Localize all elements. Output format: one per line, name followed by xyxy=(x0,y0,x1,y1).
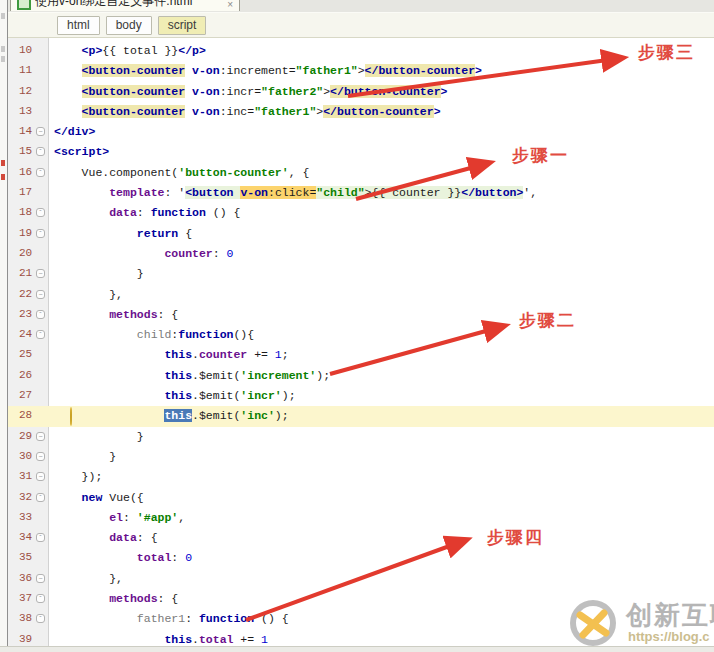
breadcrumb-item-html[interactable]: html xyxy=(57,16,100,35)
code-line[interactable]: 10 <p>{{ total }}</p> xyxy=(8,41,714,61)
fold-start-icon[interactable]: ˇ xyxy=(36,208,45,217)
code-line[interactable]: 27 this.$emit('incr'); xyxy=(8,386,714,406)
code-text: } xyxy=(49,427,144,447)
fold-end-icon[interactable]: − xyxy=(36,127,45,136)
line-number: 36 xyxy=(19,572,32,584)
code-line[interactable]: 24ˇ child:function(){ xyxy=(8,325,714,345)
line-number: 28 xyxy=(19,409,32,421)
watermark: 创新互联 https://blog.c xyxy=(568,596,714,648)
line-number: 34 xyxy=(19,531,32,543)
line-number: 29 xyxy=(19,430,32,442)
fold-start-icon[interactable]: ˇ xyxy=(36,614,45,623)
line-number: 37 xyxy=(19,592,32,604)
code-line[interactable]: 32ˇ new Vue({ xyxy=(8,488,714,508)
code-line[interactable]: 19ˇ return { xyxy=(8,224,714,244)
step-label: 步骤一 xyxy=(512,144,569,167)
gutter-cell: 31− xyxy=(8,467,49,487)
gutter-cell: 10 xyxy=(8,41,49,61)
code-line[interactable]: 33 el: '#app', xyxy=(8,508,714,528)
edge-mark xyxy=(1,13,5,19)
gutter-cell: 14− xyxy=(8,122,49,142)
line-number: 26 xyxy=(19,369,32,381)
code-text: data: function () { xyxy=(49,203,240,223)
fold-end-icon[interactable]: − xyxy=(36,574,45,583)
fold-start-icon[interactable]: ˇ xyxy=(36,594,45,603)
code-line[interactable]: 25 this.counter += 1; xyxy=(8,345,714,365)
code-line[interactable]: 28 this.$emit('inc'); xyxy=(8,406,714,426)
code-line[interactable]: 26 this.$emit('increment'); xyxy=(8,366,714,386)
code-line[interactable]: 12 <button-counter v-on:incr="father2"><… xyxy=(8,82,714,102)
tab-close-icon[interactable]: × xyxy=(227,0,233,10)
step-label: 步骤四 xyxy=(487,526,544,549)
fold-start-icon[interactable]: ˇ xyxy=(36,330,45,339)
code-line[interactable]: 11 <button-counter v-on:increment="fathe… xyxy=(8,61,714,81)
gutter-cell: 29− xyxy=(8,427,49,447)
error-stripe-mark xyxy=(1,174,5,180)
code-text: } xyxy=(49,447,116,467)
code-editor[interactable]: 10 <p>{{ total }}</p>11 <button-counter … xyxy=(8,38,714,652)
html-file-icon xyxy=(17,0,31,10)
gutter-cell: 22− xyxy=(8,285,49,305)
fold-end-icon[interactable]: − xyxy=(36,290,45,299)
fold-start-icon[interactable]: ˇ xyxy=(36,310,45,319)
line-number: 30 xyxy=(19,450,32,462)
code-line[interactable]: 21− } xyxy=(8,264,714,284)
line-number: 17 xyxy=(19,186,32,198)
gutter-cell: 33 xyxy=(8,508,49,528)
code-text: this.$emit('inc'); xyxy=(49,406,289,426)
brand-logo-icon xyxy=(568,598,618,648)
fold-start-icon[interactable]: ˇ xyxy=(36,229,45,238)
gutter-cell: 34ˇ xyxy=(8,528,49,548)
code-line[interactable]: 29− } xyxy=(8,427,714,447)
editor-tab[interactable]: 使用v-on绑定自定义事件.html × xyxy=(10,0,240,11)
fold-start-icon[interactable]: ˇ xyxy=(36,493,45,502)
edge-mark xyxy=(1,46,5,52)
fold-start-icon[interactable]: ˇ xyxy=(36,147,45,156)
code-line[interactable]: 34ˇ data: { xyxy=(8,528,714,548)
line-number: 39 xyxy=(19,633,32,645)
gutter-cell: 12 xyxy=(8,82,49,102)
code-text: methods: { xyxy=(49,589,178,609)
line-number: 24 xyxy=(19,328,32,340)
code-text: new Vue({ xyxy=(49,488,144,508)
gutter-cell: 13 xyxy=(8,102,49,122)
code-text: <button-counter v-on:inc="father1"></but… xyxy=(49,102,441,122)
code-line[interactable]: 14−</div> xyxy=(8,122,714,142)
ide-window: 使用v-on绑定自定义事件.html × htmlbodyscript 10 <… xyxy=(0,0,714,652)
gutter-cell: 38ˇ xyxy=(8,609,49,629)
watermark-brand-text: 创新互联 xyxy=(626,598,714,633)
code-text: template: '<button v-on:click="child">{{… xyxy=(49,183,537,203)
code-line[interactable]: 36− }, xyxy=(8,569,714,589)
breadcrumb: htmlbodyscript xyxy=(8,12,714,38)
fold-end-icon[interactable]: − xyxy=(36,432,45,441)
code-line[interactable]: 18ˇ data: function () { xyxy=(8,203,714,223)
fold-end-icon[interactable]: − xyxy=(36,472,45,481)
breadcrumb-item-script[interactable]: script xyxy=(158,16,207,35)
code-line[interactable]: 20 counter: 0 xyxy=(8,244,714,264)
code-line[interactable]: 17 template: '<button v-on:click="child"… xyxy=(8,183,714,203)
code-line[interactable]: 31− }); xyxy=(8,467,714,487)
intention-lightbulb-icon[interactable] xyxy=(70,408,83,424)
fold-end-icon[interactable]: − xyxy=(36,452,45,461)
fold-start-icon[interactable]: ˇ xyxy=(36,168,45,177)
line-number: 16 xyxy=(19,166,32,178)
gutter-cell: 25 xyxy=(8,345,49,365)
line-number: 33 xyxy=(19,511,32,523)
gutter-cell: 36− xyxy=(8,569,49,589)
code-line[interactable]: 23ˇ methods: { xyxy=(8,305,714,325)
gutter-cell: 18ˇ xyxy=(8,203,49,223)
fold-start-icon[interactable]: ˇ xyxy=(36,533,45,542)
fold-end-icon[interactable]: − xyxy=(36,269,45,278)
code-line[interactable]: 22− }, xyxy=(8,285,714,305)
code-line[interactable]: 30− } xyxy=(8,447,714,467)
line-number: 11 xyxy=(19,64,32,76)
code-line[interactable]: 15ˇ<script> xyxy=(8,142,714,162)
breadcrumb-item-body[interactable]: body xyxy=(106,16,152,35)
line-number: 18 xyxy=(19,206,32,218)
code-line[interactable]: 35 total: 0 xyxy=(8,548,714,568)
horizontal-scrollbar-track[interactable] xyxy=(0,646,714,652)
code-line[interactable]: 13 <button-counter v-on:inc="father1"></… xyxy=(8,102,714,122)
code-text: <button-counter v-on:increment="father1"… xyxy=(49,61,482,81)
line-number: 20 xyxy=(19,247,32,259)
code-line[interactable]: 16ˇ Vue.component('button-counter', { xyxy=(8,163,714,183)
